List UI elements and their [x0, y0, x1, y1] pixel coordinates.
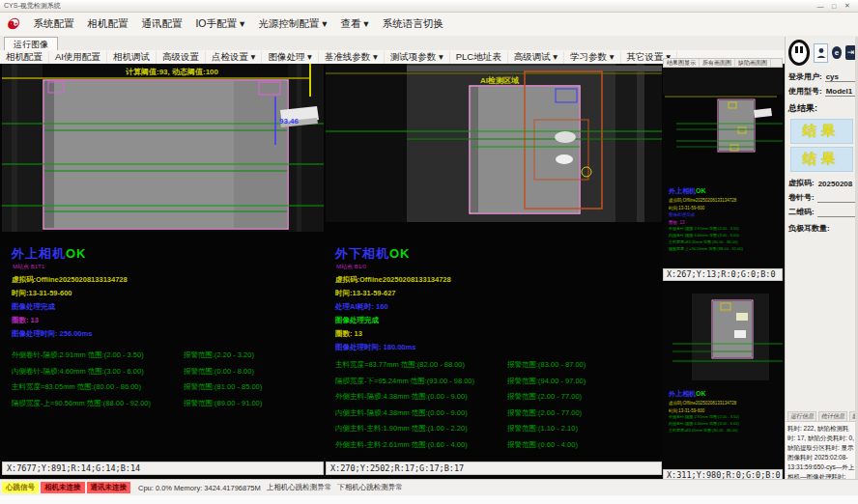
lower-camera-panel: AI检测区域 外下相机OK M站点:B1/0 虚拟码:Offline202502…: [326, 64, 662, 479]
thumbnail-1-image: [663, 68, 783, 183]
upper-camera-results: 外上相机OK M站点:B1T1 虚拟码:Offline2025020813313…: [12, 245, 321, 414]
result-box-lower: 结果: [790, 147, 853, 172]
thumbnail-tabs: 结果图显示 所有画面图 缺陷画面图: [663, 58, 783, 68]
lower-camera-alert: 下相机心跳检测异常: [337, 483, 403, 492]
qr-code-label: 二维码:: [788, 207, 815, 217]
pin-number-row: 卷针号:: [786, 190, 858, 205]
pin-number-label: 卷针号:: [788, 192, 815, 203]
thumbnail-1[interactable]: 外上相机OK 虚拟码:Offline20250208133134728 时间:1…: [663, 68, 783, 268]
measurement-row: 内侧主料-主料:1.90mm 范围:(1.00 - 2.20)报警范围:(1.1…: [335, 424, 644, 434]
measurement-list: 主料宽度=83.77mm 范围:(82.00 - 88.00)报警范围:(83.…: [335, 360, 644, 450]
login-user-label: 登录用户:: [788, 71, 822, 82]
comm-disconnected-badge: 通讯未连接: [87, 482, 131, 493]
pause-button[interactable]: [788, 40, 810, 66]
upper-camera-alert: 上相机心跳检测异常: [267, 483, 332, 492]
user-button[interactable]: [814, 43, 828, 63]
camera-name-label: 外下相机: [335, 246, 389, 261]
ai-region-label: AI检测区域: [480, 76, 519, 85]
model-label: 使用型号:: [788, 86, 822, 97]
login-user-value: cys: [825, 72, 855, 82]
sidebar-icon-row: e ⇥: [786, 37, 858, 70]
thumbnail-2-image: [663, 284, 783, 386]
heartbeat-badge: 心跳信号: [2, 482, 39, 493]
turns-line: 圈数: 13: [12, 316, 321, 325]
tool-learn-params[interactable]: 学习参数 ▾: [564, 51, 620, 64]
title-bar: CYS-视觉检测系统 — □ ✕: [0, 0, 858, 13]
menu-bar: ☯ 系统配置 相机配置 通讯配置 IO手配置 ▾ 光源控制配置 ▾ 查看 ▾ 系…: [0, 13, 858, 37]
menu-light-control[interactable]: 光源控制配置 ▾: [251, 15, 333, 33]
close-button[interactable]: ✕: [841, 2, 854, 10]
model-row: 使用型号: Model1: [786, 84, 858, 98]
app-logo-icon: ☯: [0, 15, 26, 33]
tool-plc-table[interactable]: PLC地址表: [450, 51, 508, 64]
lower-camera-coordbar: X:270;Y:2502;R:17;G:17;B:17: [326, 462, 662, 475]
virtual-code-value: 20250208: [817, 180, 855, 188]
station-label: M站点:B1/0: [336, 263, 644, 271]
tab-result-image[interactable]: 结果图显示: [664, 59, 700, 67]
total-result-label: 总结果:: [786, 98, 858, 116]
minimize-button[interactable]: —: [814, 3, 827, 10]
barcode-line: 虚拟码:Offline20250208133134728: [12, 275, 321, 285]
tool-baseline-params[interactable]: 基准线参数 ▾: [319, 51, 385, 64]
barcode-line: 虚拟码:Offline20250208133134728: [335, 275, 644, 285]
virtual-code-row: 虚拟码: 20250208: [786, 176, 858, 190]
model-value: Model1: [825, 87, 855, 97]
menu-view[interactable]: 查看 ▾: [333, 15, 375, 33]
tool-ai-config[interactable]: AI使用配置: [49, 51, 107, 64]
menu-comm-config[interactable]: 通讯配置: [134, 15, 188, 33]
virtual-code-label: 虚拟码:: [788, 178, 815, 188]
lower-camera-results: 外下相机OK M站点:B1/0 虚拟码:Offline2025020813313…: [335, 245, 644, 456]
measurement-row: 外侧主料-隔膜:4.38mm 范围:(0.00 - 9.00)报警范围:(2.0…: [335, 392, 644, 402]
process-time-line: 图像处理时间: 180.00ms: [335, 343, 644, 352]
measurement-row: 外侧卷针-隔膜:2.91mm 范围:(2.00 - 3.50)报警范围:(2.2…: [12, 350, 321, 360]
tab-run-image[interactable]: 运行图像: [4, 37, 58, 51]
measurement-row: 隔膜宽度-下=95.24mm 范围:(93.00 - 98.00)报警范围:(9…: [335, 377, 644, 386]
login-user-row: 登录用户: cys: [786, 70, 858, 84]
measurement-row: 内侧卷针-隔膜:4.60mm 范围:(3.00 - 6.00)报警范围:(0.0…: [12, 367, 321, 377]
ai-time-line: 处理AI耗时: 160: [335, 302, 644, 312]
result-box-upper: 结果: [790, 119, 853, 144]
threshold-overlay-label: 计算阈值:93, 动态阈值:100: [125, 68, 219, 76]
run-log-text[interactable]: 耗时: 222, 缺陷检测耗时: 17, 缺陷分类耗时: 0, 缺陷提取分区耗时…: [786, 421, 858, 479]
lower-camera-image[interactable]: AI检测区域: [326, 64, 662, 222]
process-done-line: 图像处理完成: [12, 302, 321, 312]
menu-language[interactable]: 系统语言切换: [376, 15, 450, 33]
tab-all-frames[interactable]: 所有画面图: [700, 59, 735, 67]
tool-test-params[interactable]: 测试项参数 ▾: [385, 51, 450, 64]
bottom-strip: [0, 495, 858, 504]
window-title: CYS-视觉检测系统: [4, 1, 61, 11]
right-sidebar: e ⇥ 登录用户: cys 使用型号: Model1 总结果: 结果 结果 虚拟…: [785, 37, 858, 479]
measurement-row: 隔膜宽度-上=90.56mm 范围:(88.00 - 92.00)报警范围:(8…: [12, 399, 321, 408]
thumbnail-2-text: 外上相机OK 虚拟码:Offline20250208133134728 时间:1…: [669, 388, 739, 434]
tool-advanced-settings[interactable]: 高级设置: [157, 51, 206, 64]
qr-code-row: 二维码:: [786, 205, 858, 219]
user-icon: [816, 47, 826, 59]
process-done-line: 图像处理完成: [335, 316, 644, 325]
measure-value-label: 93.46: [279, 117, 300, 126]
tool-spot-check[interactable]: 点检设置 ▾: [206, 51, 262, 64]
menu-system-config[interactable]: 系统配置: [26, 15, 80, 33]
tool-camera-config[interactable]: 相机配置: [0, 51, 49, 64]
thumbnail-2[interactable]: 外上相机OK 虚拟码:Offline20250208133134728 时间:1…: [663, 284, 783, 469]
thumbnail-1-text: 外上相机OK 虚拟码:Offline20250208133134728 时间:1…: [669, 185, 743, 253]
menu-camera-config[interactable]: 相机配置: [80, 15, 134, 33]
tool-image-processing[interactable]: 图像处理 ▾: [262, 51, 318, 64]
tool-camera-debug[interactable]: 相机调试: [107, 51, 157, 64]
tab-row: 运行图像: [0, 36, 858, 51]
result-ok-label: OK: [66, 246, 87, 261]
time-line: 时间:13-31-59-600: [12, 289, 321, 298]
measurement-row: 内侧主料-隔膜:4.38mm 范围:(0.00 - 9.00)报警范围:(2.0…: [335, 408, 644, 418]
app-window: CYS-视觉检测系统 — □ ✕ ☯ 系统配置 相机配置 通讯配置 IO手配置 …: [0, 0, 858, 504]
process-time-line: 图像处理时间: 256.00ms: [12, 329, 321, 339]
upper-camera-image[interactable]: 93.46 计算阈值:93, 动态阈值:100: [2, 64, 324, 232]
info-e-icon[interactable]: e: [832, 46, 842, 59]
maximize-button[interactable]: □: [827, 3, 841, 10]
result-ok-label: OK: [389, 246, 411, 261]
bright-tab-spot: [556, 154, 573, 164]
menu-io-config[interactable]: IO手配置 ▾: [188, 15, 251, 33]
camera-name-label: 外上相机: [12, 246, 66, 261]
cpu-memory-readout: Cpu: 0.0% Memory: 3424.41796875M: [138, 484, 261, 492]
tool-advanced-debug[interactable]: 高级调试 ▾: [508, 51, 564, 64]
status-bar: 心跳信号 相机未连接 通讯未连接 Cpu: 0.0% Memory: 3424.…: [0, 479, 858, 495]
tab-defect-frames[interactable]: 缺陷画面图: [735, 59, 771, 67]
